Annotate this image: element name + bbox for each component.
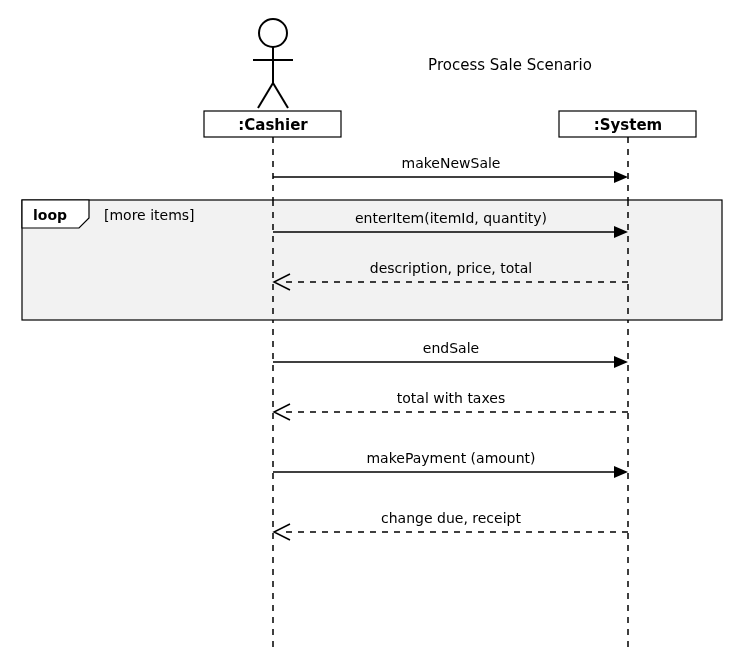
msg-makeNewSale-arrow — [614, 171, 628, 183]
msg-makeNewSale-label: makeNewSale — [402, 155, 501, 171]
loop-guard-label: [more items] — [104, 207, 195, 223]
diagram-title: Process Sale Scenario — [428, 56, 592, 74]
msg-endSale-arrow — [614, 356, 628, 368]
msg-change-label: change due, receipt — [381, 510, 521, 526]
lifeline-cashier-label: :Cashier — [238, 116, 308, 134]
svg-line-4 — [273, 83, 288, 108]
msg-description-label: description, price, total — [370, 260, 533, 276]
msg-makePayment-arrow — [614, 466, 628, 478]
msg-total-label: total with taxes — [397, 390, 505, 406]
msg-enterItem-label: enterItem(itemId, quantity) — [355, 210, 547, 226]
actor-icon — [253, 19, 293, 108]
msg-endSale-label: endSale — [423, 340, 479, 356]
svg-line-3 — [258, 83, 273, 108]
lifeline-system-label: :System — [594, 116, 662, 134]
svg-point-0 — [259, 19, 287, 47]
sequence-diagram: Process Sale Scenario :Cashier :System m… — [0, 0, 750, 660]
msg-makePayment-label: makePayment (amount) — [366, 450, 535, 466]
loop-operator-label: loop — [33, 207, 67, 223]
